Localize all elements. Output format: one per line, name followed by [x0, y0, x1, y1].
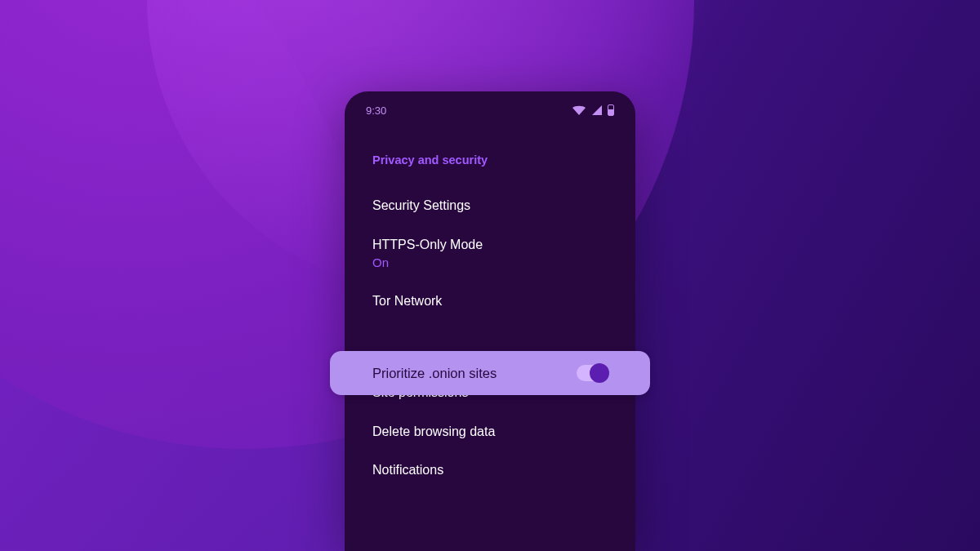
settings-item-label: Security Settings — [372, 197, 608, 215]
status-bar: 9:30 — [345, 91, 635, 129]
settings-item-label: Notifications — [372, 461, 608, 479]
section-header-privacy: Privacy and security — [345, 153, 635, 167]
settings-item-security-settings[interactable]: Security Settings — [345, 186, 635, 225]
settings-item-label: Prioritize .onion sites — [372, 366, 497, 381]
status-icons — [572, 104, 614, 116]
wifi-icon — [572, 104, 586, 116]
toggle-prioritize-onion[interactable] — [577, 365, 608, 381]
battery-icon — [608, 104, 614, 116]
settings-item-https-only[interactable]: HTTPS-Only Mode On — [345, 225, 635, 282]
cellular-icon — [591, 104, 603, 116]
settings-item-label: Tor Network — [372, 292, 608, 310]
settings-item-delete-browsing-data[interactable]: Delete browsing data — [345, 412, 635, 451]
settings-item-label: Delete browsing data — [372, 423, 608, 441]
settings-item-prioritize-onion[interactable]: Prioritize .onion sites — [330, 351, 650, 395]
settings-item-value: On — [372, 255, 608, 271]
toggle-knob — [590, 363, 609, 383]
settings-content: Privacy and security Security Settings H… — [345, 129, 635, 490]
settings-item-notifications[interactable]: Notifications — [345, 451, 635, 490]
settings-item-tor-network[interactable]: Tor Network — [345, 282, 635, 321]
status-time: 9:30 — [366, 104, 386, 117]
settings-item-label: HTTPS-Only Mode — [372, 236, 608, 254]
phone-frame: 9:30 Privacy and security Security Setti… — [345, 91, 635, 551]
